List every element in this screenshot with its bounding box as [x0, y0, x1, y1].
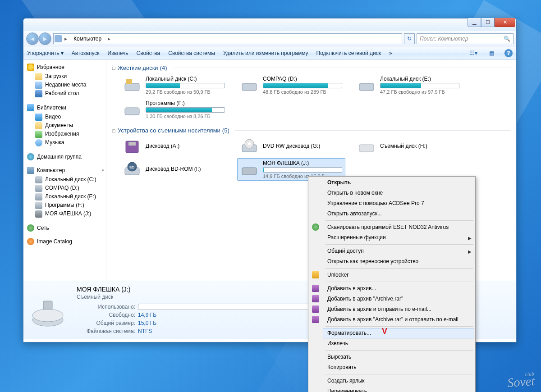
menu-eject[interactable]: Извлечь: [323, 338, 474, 349]
svg-rect-17: [43, 301, 52, 309]
sidebar-item-music[interactable]: Музыка: [27, 138, 106, 147]
sidebar-libraries[interactable]: Библиотеки: [27, 104, 106, 111]
toolbar: Упорядочить ▾ Автозапуск Извлечь Свойств…: [23, 46, 516, 60]
refresh-button[interactable]: ↻: [404, 33, 415, 44]
menu-eset-scan[interactable]: Сканировать программой ESET NOD32 Antivi…: [323, 222, 474, 232]
menu-acdsee[interactable]: Управление с помощью ACDSee Pro 7: [323, 198, 474, 209]
sidebar-item-downloads[interactable]: Загрузки: [27, 72, 106, 81]
sidebar-image-catalog[interactable]: Image Catalog: [27, 238, 106, 245]
sidebar-item-recent[interactable]: Недавние места: [27, 81, 106, 89]
forward-button[interactable]: ►: [39, 32, 51, 45]
documents-icon: [35, 122, 42, 129]
toolbar-overflow-button[interactable]: »: [389, 50, 392, 56]
sidebar-item-documents[interactable]: Документы: [27, 121, 106, 130]
menu-open[interactable]: Открыть: [323, 178, 474, 188]
menu-rar-add[interactable]: Добавить в архив...: [323, 283, 474, 294]
sidebar-item-drive-j[interactable]: МОЯ ФЛЕШКА (J:): [27, 210, 106, 218]
usb-drive-large-icon: [30, 293, 66, 329]
computer-icon: [27, 167, 34, 174]
menu-share[interactable]: Общий доступ▶: [323, 246, 474, 256]
maximize-button[interactable]: ☐: [481, 18, 495, 27]
pictures-icon: [35, 131, 42, 138]
view-options-button[interactable]: ☷▾: [468, 48, 478, 58]
svg-rect-3: [359, 83, 374, 91]
svg-text:BD: BD: [129, 165, 134, 169]
hdd-icon: [123, 101, 141, 118]
uninstall-button[interactable]: Удалить или изменить программу: [223, 50, 308, 56]
menu-open-new-window[interactable]: Открыть в новом окне: [323, 188, 474, 198]
computer-icon: [55, 35, 62, 42]
eject-button[interactable]: Извлечь: [108, 50, 128, 56]
menu-unlocker[interactable]: Unlocker: [323, 270, 474, 280]
winrar-icon: [312, 285, 319, 292]
map-drive-button[interactable]: Подключить сетевой диск: [316, 50, 381, 56]
menu-create-shortcut[interactable]: Создать ярлык: [323, 376, 474, 386]
svg-point-9: [248, 142, 251, 145]
drive-g[interactable]: DVD RW дисковод (G:): [237, 137, 345, 156]
help-button[interactable]: ?: [504, 49, 513, 57]
menu-advanced[interactable]: Расширенные функции▶: [323, 232, 474, 243]
menu-rar-add-named[interactable]: Добавить в архив "Archive.rar": [323, 294, 474, 304]
unlocker-icon: [312, 271, 319, 278]
svg-rect-0: [125, 83, 139, 91]
drive-h[interactable]: Съемный диск (H:): [354, 137, 463, 156]
menu-rename[interactable]: Переименовать: [323, 386, 474, 392]
menu-rar-named-email[interactable]: Добавить в архив "Archive.rar" и отправи…: [323, 315, 474, 325]
svg-rect-2: [242, 83, 257, 91]
drive-i[interactable]: BD Дисковод BD-ROM (I:): [120, 158, 228, 181]
menu-portable[interactable]: Открыть как переносное устройство: [323, 256, 474, 267]
breadcrumb[interactable]: Компьютер: [70, 35, 105, 43]
drive-d[interactable]: COMPAQ (D:)48,8 ГБ свободно из 289 ГБ: [237, 74, 345, 96]
group-hard-disks[interactable]: ▢ Жесткие диски (4): [112, 64, 511, 71]
preview-pane-button[interactable]: ▦: [486, 48, 496, 58]
context-menu: Открыть Открыть в новом окне Управление …: [308, 176, 476, 392]
system-properties-button[interactable]: Свойства системы: [168, 50, 215, 56]
sidebar-item-drive-f[interactable]: Программы (F:): [27, 201, 106, 210]
homegroup-icon: [27, 153, 34, 160]
svg-rect-14: [242, 168, 257, 175]
star-icon: [27, 64, 34, 71]
search-placeholder: Поиск: Компьютер: [420, 36, 468, 42]
menu-rar-email[interactable]: Добавить в архив и отправить по e-mail..…: [323, 304, 474, 315]
properties-button[interactable]: Свойства: [137, 50, 160, 56]
collapse-icon: ▢: [112, 66, 116, 70]
drive-c[interactable]: Локальный диск (C:)29,2 ГБ свободно из 5…: [120, 74, 228, 96]
sidebar-computer[interactable]: Компьютер▾: [27, 167, 106, 174]
drive-f[interactable]: Программы (F:)1,30 ГБ свободно из 8,26 Г…: [120, 98, 228, 121]
sidebar-favorites[interactable]: Избранное: [27, 64, 106, 71]
submenu-arrow-icon: ▶: [468, 248, 472, 255]
sidebar-item-desktop[interactable]: Рабочий стол: [27, 89, 106, 98]
address-bar[interactable]: ▸ Компьютер ▸: [53, 33, 402, 44]
chevron-down-icon: ▾: [102, 168, 104, 173]
menu-copy[interactable]: Копировать: [323, 362, 474, 373]
sidebar-homegroup[interactable]: Домашняя группа: [27, 153, 106, 160]
autoplay-button[interactable]: Автозапуск: [72, 50, 100, 56]
minimize-button[interactable]: ▁: [468, 18, 481, 27]
collapse-icon: ▢: [112, 128, 116, 133]
search-input[interactable]: Поиск: Компьютер 🔍: [417, 33, 513, 44]
back-button[interactable]: ◄: [26, 32, 39, 45]
menu-cut[interactable]: Вырезать: [323, 352, 474, 362]
drive-e[interactable]: Локальный диск (E:)47,2 ГБ свободно из 9…: [354, 74, 463, 96]
nav-bar: ◄ ► ▸ Компьютер ▸ ↻ Поиск: Компьютер 🔍: [23, 31, 516, 46]
hdd-icon: [123, 77, 141, 93]
titlebar[interactable]: ▁ ☐ ✕: [23, 18, 516, 31]
submenu-arrow-icon: ▶: [468, 234, 472, 242]
menu-autoplay[interactable]: Открыть автозапуск...: [323, 209, 474, 219]
sidebar-item-video[interactable]: Видео: [27, 113, 106, 121]
sidebar-item-drive-e[interactable]: Локальный диск (E:): [27, 192, 106, 201]
drive-a[interactable]: Дисковод (A:): [120, 137, 228, 156]
breadcrumb-sep-icon: ▸: [64, 36, 67, 42]
sidebar-item-drive-d[interactable]: COMPAQ (D:): [27, 184, 106, 192]
organize-button[interactable]: Упорядочить ▾: [27, 50, 64, 56]
hdd-icon: [35, 185, 42, 192]
group-removable[interactable]: ▢ Устройства со съемными носителями (5): [112, 127, 511, 134]
dvd-icon: [240, 138, 258, 155]
hdd-icon: [358, 77, 376, 93]
sidebar-network[interactable]: Сеть: [27, 224, 106, 232]
menu-format[interactable]: Форматировать...V: [323, 328, 474, 338]
sidebar-item-drive-c[interactable]: Локальный диск (C:): [27, 175, 106, 184]
svg-rect-10: [359, 145, 374, 152]
sidebar-item-pictures[interactable]: Изображения: [27, 130, 106, 138]
close-button[interactable]: ✕: [495, 18, 515, 27]
